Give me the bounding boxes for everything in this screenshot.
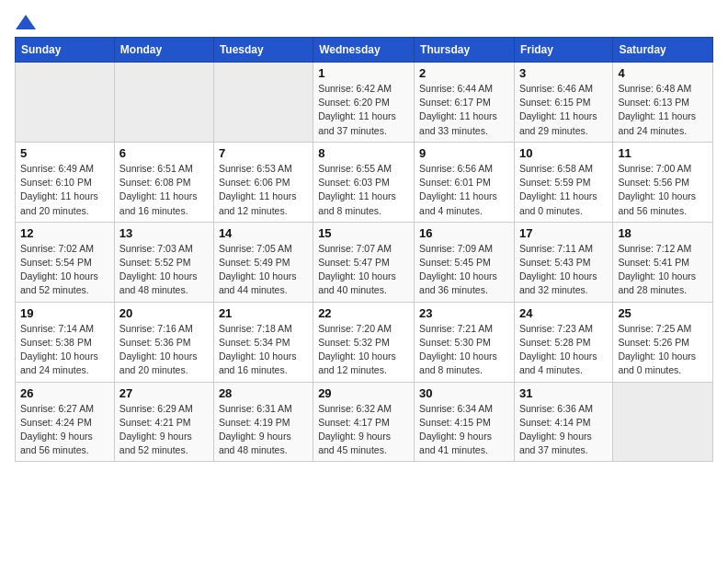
day-number: 4 [618,66,708,80]
day-number: 11 [618,146,708,160]
day-number: 23 [419,306,509,320]
day-header-thursday: Thursday [415,38,515,63]
day-cell: 8Sunrise: 6:55 AM Sunset: 6:03 PM Daylig… [313,142,415,222]
day-detail: Sunrise: 7:11 AM Sunset: 5:43 PM Dayligh… [519,242,608,298]
day-number: 18 [618,226,708,240]
day-number: 16 [419,226,509,240]
day-cell: 20Sunrise: 7:16 AM Sunset: 5:36 PM Dayli… [114,302,213,382]
day-number: 2 [419,66,509,80]
day-cell: 23Sunrise: 7:21 AM Sunset: 5:30 PM Dayli… [415,302,515,382]
day-number: 3 [519,66,608,80]
day-cell [114,63,213,143]
week-row-4: 19Sunrise: 7:14 AM Sunset: 5:38 PM Dayli… [16,302,713,382]
week-row-2: 5Sunrise: 6:49 AM Sunset: 6:10 PM Daylig… [16,142,713,222]
day-detail: Sunrise: 7:07 AM Sunset: 5:47 PM Dayligh… [318,242,409,298]
week-row-3: 12Sunrise: 7:02 AM Sunset: 5:54 PM Dayli… [16,222,713,302]
day-cell: 13Sunrise: 7:03 AM Sunset: 5:52 PM Dayli… [114,222,213,302]
day-number: 28 [219,386,308,400]
day-detail: Sunrise: 7:16 AM Sunset: 5:36 PM Dayligh… [119,322,209,378]
day-detail: Sunrise: 7:14 AM Sunset: 5:38 PM Dayligh… [20,322,109,378]
day-cell: 9Sunrise: 6:56 AM Sunset: 6:01 PM Daylig… [415,142,515,222]
day-cell: 30Sunrise: 6:34 AM Sunset: 4:15 PM Dayli… [415,382,515,462]
day-number: 1 [318,66,409,80]
week-row-5: 26Sunrise: 6:27 AM Sunset: 4:24 PM Dayli… [16,382,713,462]
day-cell: 6Sunrise: 6:51 AM Sunset: 6:08 PM Daylig… [114,142,213,222]
day-cell [613,382,713,462]
calendar-header-row: SundayMondayTuesdayWednesdayThursdayFrid… [16,38,713,63]
day-detail: Sunrise: 6:53 AM Sunset: 6:06 PM Dayligh… [219,162,308,218]
day-header-friday: Friday [514,38,612,63]
day-detail: Sunrise: 7:09 AM Sunset: 5:45 PM Dayligh… [419,242,509,298]
day-detail: Sunrise: 7:05 AM Sunset: 5:49 PM Dayligh… [219,242,308,298]
day-cell: 18Sunrise: 7:12 AM Sunset: 5:41 PM Dayli… [613,222,713,302]
day-header-sunday: Sunday [16,38,115,63]
day-number: 27 [119,386,209,400]
day-detail: Sunrise: 6:34 AM Sunset: 4:15 PM Dayligh… [419,402,509,458]
day-number: 14 [219,226,308,240]
day-cell: 5Sunrise: 6:49 AM Sunset: 6:10 PM Daylig… [16,142,115,222]
day-number: 17 [519,226,608,240]
day-number: 26 [20,386,109,400]
day-number: 30 [419,386,509,400]
day-detail: Sunrise: 6:48 AM Sunset: 6:13 PM Dayligh… [618,82,708,138]
day-cell: 7Sunrise: 6:53 AM Sunset: 6:06 PM Daylig… [213,142,313,222]
day-detail: Sunrise: 7:25 AM Sunset: 5:26 PM Dayligh… [618,322,708,378]
day-number: 7 [219,146,308,160]
day-detail: Sunrise: 7:03 AM Sunset: 5:52 PM Dayligh… [119,242,209,298]
day-number: 13 [119,226,209,240]
calendar-table: SundayMondayTuesdayWednesdayThursdayFrid… [15,37,713,462]
day-cell: 22Sunrise: 7:20 AM Sunset: 5:32 PM Dayli… [313,302,415,382]
day-detail: Sunrise: 6:32 AM Sunset: 4:17 PM Dayligh… [318,402,409,458]
day-detail: Sunrise: 6:46 AM Sunset: 6:15 PM Dayligh… [519,82,608,138]
day-cell: 10Sunrise: 6:58 AM Sunset: 5:59 PM Dayli… [514,142,612,222]
day-number: 15 [318,226,409,240]
day-detail: Sunrise: 6:31 AM Sunset: 4:19 PM Dayligh… [219,402,308,458]
day-number: 10 [519,146,608,160]
day-cell: 29Sunrise: 6:32 AM Sunset: 4:17 PM Dayli… [313,382,415,462]
day-cell: 21Sunrise: 7:18 AM Sunset: 5:34 PM Dayli… [213,302,313,382]
day-number: 20 [119,306,209,320]
day-detail: Sunrise: 6:44 AM Sunset: 6:17 PM Dayligh… [419,82,509,138]
day-cell: 16Sunrise: 7:09 AM Sunset: 5:45 PM Dayli… [415,222,515,302]
day-detail: Sunrise: 6:36 AM Sunset: 4:14 PM Dayligh… [519,402,608,458]
day-cell: 15Sunrise: 7:07 AM Sunset: 5:47 PM Dayli… [313,222,415,302]
logo-arrow-icon [16,15,36,29]
day-header-saturday: Saturday [613,38,713,63]
day-detail: Sunrise: 7:02 AM Sunset: 5:54 PM Dayligh… [20,242,109,298]
day-cell: 28Sunrise: 6:31 AM Sunset: 4:19 PM Dayli… [213,382,313,462]
day-cell: 25Sunrise: 7:25 AM Sunset: 5:26 PM Dayli… [613,302,713,382]
day-number: 19 [20,306,109,320]
day-cell: 24Sunrise: 7:23 AM Sunset: 5:28 PM Dayli… [514,302,612,382]
day-header-tuesday: Tuesday [213,38,313,63]
day-number: 24 [519,306,608,320]
day-cell: 3Sunrise: 6:46 AM Sunset: 6:15 PM Daylig… [514,63,612,143]
day-header-monday: Monday [114,38,213,63]
day-detail: Sunrise: 6:55 AM Sunset: 6:03 PM Dayligh… [318,162,409,218]
day-number: 8 [318,146,409,160]
day-detail: Sunrise: 6:49 AM Sunset: 6:10 PM Dayligh… [20,162,109,218]
day-cell: 11Sunrise: 7:00 AM Sunset: 5:56 PM Dayli… [613,142,713,222]
svg-marker-0 [16,15,36,29]
day-cell: 4Sunrise: 6:48 AM Sunset: 6:13 PM Daylig… [613,63,713,143]
day-number: 9 [419,146,509,160]
day-detail: Sunrise: 7:00 AM Sunset: 5:56 PM Dayligh… [618,162,708,218]
day-detail: Sunrise: 7:23 AM Sunset: 5:28 PM Dayligh… [519,322,608,378]
day-number: 5 [20,146,109,160]
day-detail: Sunrise: 6:56 AM Sunset: 6:01 PM Dayligh… [419,162,509,218]
day-detail: Sunrise: 7:20 AM Sunset: 5:32 PM Dayligh… [318,322,409,378]
day-cell: 26Sunrise: 6:27 AM Sunset: 4:24 PM Dayli… [16,382,115,462]
day-number: 21 [219,306,308,320]
day-cell: 27Sunrise: 6:29 AM Sunset: 4:21 PM Dayli… [114,382,213,462]
day-detail: Sunrise: 6:29 AM Sunset: 4:21 PM Dayligh… [119,402,209,458]
week-row-1: 1Sunrise: 6:42 AM Sunset: 6:20 PM Daylig… [16,63,713,143]
day-detail: Sunrise: 6:27 AM Sunset: 4:24 PM Dayligh… [20,402,109,458]
calendar-body: 1Sunrise: 6:42 AM Sunset: 6:20 PM Daylig… [16,63,713,462]
day-number: 6 [119,146,209,160]
day-cell: 19Sunrise: 7:14 AM Sunset: 5:38 PM Dayli… [16,302,115,382]
day-cell [213,63,313,143]
day-cell: 1Sunrise: 6:42 AM Sunset: 6:20 PM Daylig… [313,63,415,143]
day-cell: 2Sunrise: 6:44 AM Sunset: 6:17 PM Daylig… [415,63,515,143]
day-detail: Sunrise: 7:18 AM Sunset: 5:34 PM Dayligh… [219,322,308,378]
day-cell: 31Sunrise: 6:36 AM Sunset: 4:14 PM Dayli… [514,382,612,462]
day-detail: Sunrise: 6:58 AM Sunset: 5:59 PM Dayligh… [519,162,608,218]
